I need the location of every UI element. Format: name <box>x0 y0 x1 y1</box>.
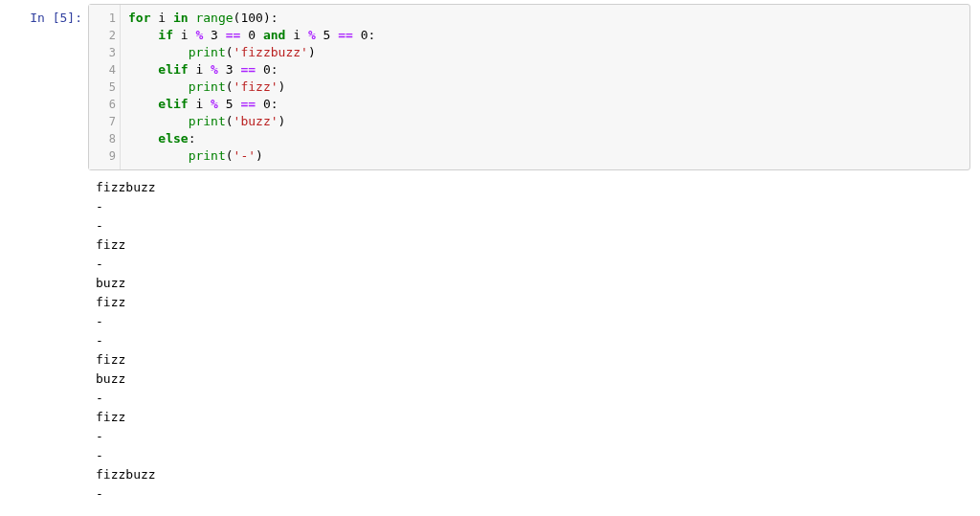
line-number: 8 <box>89 130 116 147</box>
code-line[interactable]: elif i % 5 == 0: <box>128 96 962 113</box>
input-prompt: In [5]: <box>0 4 88 25</box>
line-number: 9 <box>89 147 116 165</box>
code-input-area[interactable]: 123456789 for i in range(100): if i % 3 … <box>88 4 970 170</box>
code-line[interactable]: if i % 3 == 0 and i % 5 == 0: <box>128 27 962 44</box>
line-number: 1 <box>89 10 116 27</box>
code-line[interactable]: for i in range(100): <box>128 10 962 27</box>
stdout-output: fizzbuzz - - fizz - buzz fizz - - fizz b… <box>88 174 970 504</box>
code-line[interactable]: print('fizzbuzz') <box>128 44 962 61</box>
code-line[interactable]: elif i % 3 == 0: <box>128 61 962 79</box>
code-line[interactable]: print('buzz') <box>128 113 962 130</box>
line-number: 5 <box>89 79 116 96</box>
line-number: 4 <box>89 61 116 79</box>
line-number: 3 <box>89 44 116 61</box>
line-number: 7 <box>89 113 116 130</box>
output-cell: fizzbuzz - - fizz - buzz fizz - - fizz b… <box>0 174 980 504</box>
output-prompt <box>0 174 88 181</box>
notebook: In [5]: 123456789 for i in range(100): i… <box>0 0 980 504</box>
code-line[interactable]: else: <box>128 130 962 147</box>
code-editor[interactable]: for i in range(100): if i % 3 == 0 and i… <box>121 5 969 169</box>
line-number: 2 <box>89 27 116 44</box>
line-number: 6 <box>89 96 116 113</box>
line-number-gutter: 123456789 <box>89 5 121 169</box>
code-cell: In [5]: 123456789 for i in range(100): i… <box>0 4 980 170</box>
code-line[interactable]: print('-') <box>128 147 962 165</box>
code-line[interactable]: print('fizz') <box>128 79 962 96</box>
